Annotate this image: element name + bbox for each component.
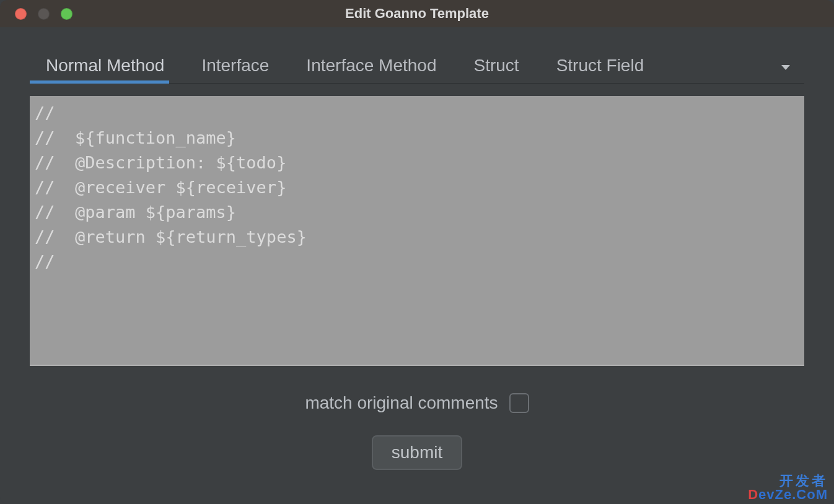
tab-interface[interactable]: Interface <box>200 52 270 83</box>
dialog-window: Edit Goanno Template Normal Method Inter… <box>0 0 834 504</box>
chevron-down-icon <box>778 60 793 75</box>
zoom-icon[interactable] <box>61 8 72 20</box>
minimize-icon[interactable] <box>38 8 50 20</box>
dialog-content: Normal Method Interface Interface Method… <box>0 27 834 504</box>
close-icon[interactable] <box>15 8 27 20</box>
match-original-label: match original comments <box>305 393 498 413</box>
submit-button[interactable]: submit <box>372 435 462 470</box>
more-tabs-button[interactable] <box>771 53 801 82</box>
window-controls <box>0 8 72 20</box>
window-title: Edit Goanno Template <box>0 6 834 22</box>
tab-struct[interactable]: Struct <box>472 52 520 83</box>
tabs: Normal Method Interface Interface Method… <box>30 52 771 83</box>
match-original-checkbox[interactable] <box>509 393 529 413</box>
tab-interface-method[interactable]: Interface Method <box>305 52 437 83</box>
submit-row: submit <box>30 435 804 470</box>
tab-normal-method[interactable]: Normal Method <box>45 52 165 83</box>
template-editor-wrap <box>30 96 804 368</box>
titlebar: Edit Goanno Template <box>0 0 834 27</box>
template-editor[interactable] <box>30 96 804 366</box>
match-original-row: match original comments <box>30 393 804 413</box>
tab-struct-field[interactable]: Struct Field <box>555 52 646 83</box>
tabs-row: Normal Method Interface Interface Method… <box>30 52 804 84</box>
